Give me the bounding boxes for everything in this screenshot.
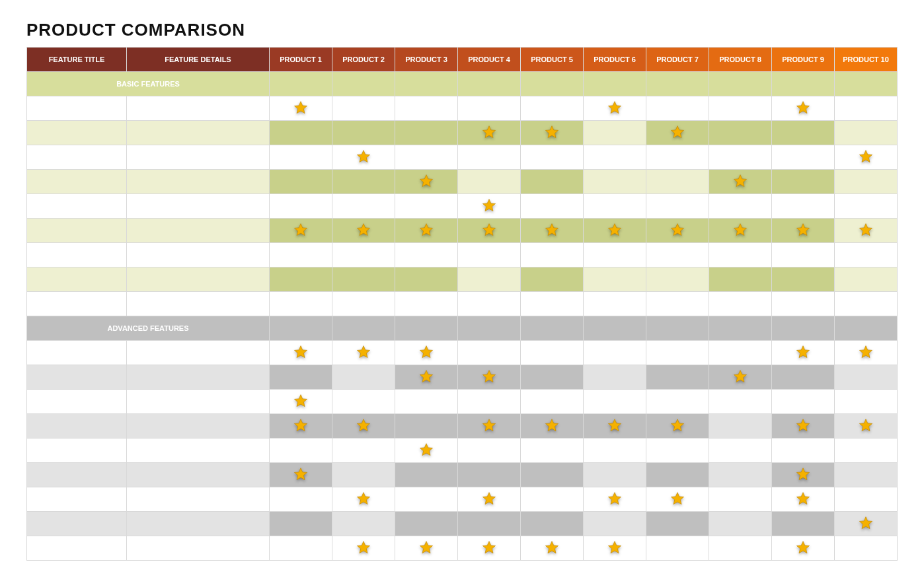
- cell[interactable]: [584, 170, 646, 194]
- cell[interactable]: [772, 96, 835, 121]
- cell[interactable]: [584, 439, 646, 463]
- cell[interactable]: [332, 439, 395, 463]
- cell[interactable]: [709, 267, 772, 292]
- cell[interactable]: [270, 194, 332, 219]
- cell[interactable]: [709, 414, 772, 439]
- cell[interactable]: [584, 390, 646, 414]
- cell[interactable]: [584, 487, 646, 512]
- cell[interactable]: [521, 341, 584, 365]
- cell[interactable]: [395, 121, 458, 145]
- feature-title-cell[interactable]: [27, 243, 127, 267]
- feature-title-cell[interactable]: [27, 145, 127, 170]
- feature-title-cell[interactable]: [27, 170, 127, 194]
- feature-details-cell[interactable]: [127, 292, 270, 316]
- cell[interactable]: [270, 439, 332, 463]
- feature-title-cell[interactable]: [27, 365, 127, 390]
- cell[interactable]: [772, 512, 835, 536]
- cell[interactable]: [584, 219, 646, 243]
- cell[interactable]: [332, 390, 395, 414]
- feature-title-cell[interactable]: [27, 219, 127, 243]
- cell[interactable]: [270, 219, 332, 243]
- cell[interactable]: [584, 341, 646, 365]
- cell[interactable]: [709, 243, 772, 267]
- cell[interactable]: [709, 536, 772, 561]
- cell[interactable]: [835, 194, 898, 219]
- cell[interactable]: [835, 463, 898, 487]
- cell[interactable]: [709, 390, 772, 414]
- cell[interactable]: [772, 487, 835, 512]
- cell[interactable]: [521, 292, 584, 316]
- feature-details-cell[interactable]: [127, 390, 270, 414]
- feature-title-cell[interactable]: [27, 96, 127, 121]
- cell[interactable]: [835, 487, 898, 512]
- cell[interactable]: [521, 145, 584, 170]
- cell[interactable]: [395, 194, 458, 219]
- cell[interactable]: [584, 536, 646, 561]
- cell[interactable]: [646, 414, 709, 439]
- feature-title-cell[interactable]: [27, 536, 127, 561]
- cell[interactable]: [584, 414, 646, 439]
- cell[interactable]: [709, 439, 772, 463]
- cell[interactable]: [270, 365, 332, 390]
- feature-title-cell[interactable]: [27, 194, 127, 219]
- cell[interactable]: [458, 414, 521, 439]
- cell[interactable]: [270, 243, 332, 267]
- cell[interactable]: [270, 390, 332, 414]
- cell[interactable]: [521, 536, 584, 561]
- cell[interactable]: [772, 243, 835, 267]
- cell[interactable]: [395, 96, 458, 121]
- feature-title-cell[interactable]: [27, 439, 127, 463]
- cell[interactable]: [772, 170, 835, 194]
- cell[interactable]: [270, 170, 332, 194]
- cell[interactable]: [646, 145, 709, 170]
- cell[interactable]: [332, 341, 395, 365]
- cell[interactable]: [646, 243, 709, 267]
- cell[interactable]: [521, 267, 584, 292]
- cell[interactable]: [584, 267, 646, 292]
- cell[interactable]: [458, 487, 521, 512]
- cell[interactable]: [709, 145, 772, 170]
- cell[interactable]: [772, 536, 835, 561]
- cell[interactable]: [332, 145, 395, 170]
- cell[interactable]: [270, 96, 332, 121]
- cell[interactable]: [458, 170, 521, 194]
- cell[interactable]: [584, 463, 646, 487]
- cell[interactable]: [458, 390, 521, 414]
- cell[interactable]: [521, 96, 584, 121]
- cell[interactable]: [709, 487, 772, 512]
- cell[interactable]: [835, 536, 898, 561]
- cell[interactable]: [395, 487, 458, 512]
- cell[interactable]: [584, 243, 646, 267]
- cell[interactable]: [521, 439, 584, 463]
- cell[interactable]: [332, 414, 395, 439]
- cell[interactable]: [458, 121, 521, 145]
- cell[interactable]: [270, 536, 332, 561]
- cell[interactable]: [395, 219, 458, 243]
- cell[interactable]: [332, 463, 395, 487]
- cell[interactable]: [332, 536, 395, 561]
- cell[interactable]: [709, 341, 772, 365]
- cell[interactable]: [395, 365, 458, 390]
- cell[interactable]: [270, 292, 332, 316]
- cell[interactable]: [395, 512, 458, 536]
- cell[interactable]: [835, 121, 898, 145]
- cell[interactable]: [835, 414, 898, 439]
- cell[interactable]: [709, 170, 772, 194]
- cell[interactable]: [521, 512, 584, 536]
- cell[interactable]: [584, 194, 646, 219]
- cell[interactable]: [835, 439, 898, 463]
- cell[interactable]: [835, 341, 898, 365]
- feature-details-cell[interactable]: [127, 243, 270, 267]
- cell[interactable]: [521, 390, 584, 414]
- cell[interactable]: [646, 536, 709, 561]
- cell[interactable]: [772, 390, 835, 414]
- feature-details-cell[interactable]: [127, 512, 270, 536]
- feature-details-cell[interactable]: [127, 170, 270, 194]
- cell[interactable]: [646, 463, 709, 487]
- cell[interactable]: [332, 292, 395, 316]
- cell[interactable]: [332, 512, 395, 536]
- cell[interactable]: [646, 219, 709, 243]
- feature-title-cell[interactable]: [27, 463, 127, 487]
- cell[interactable]: [395, 439, 458, 463]
- cell[interactable]: [709, 292, 772, 316]
